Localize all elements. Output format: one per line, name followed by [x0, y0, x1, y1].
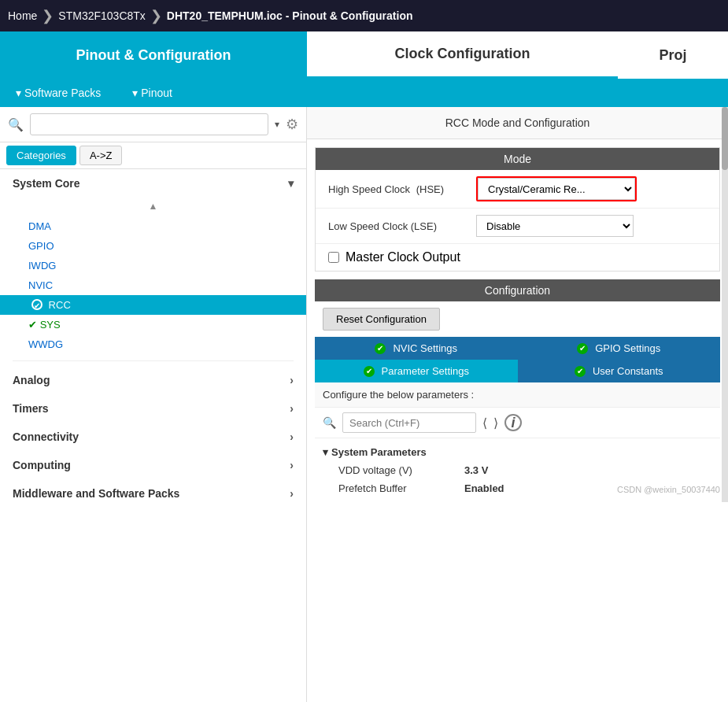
search-icon: 🔍	[8, 117, 24, 132]
tab-parameter-settings[interactable]: ✔ Parameter Settings	[315, 360, 518, 382]
content-area: RCC Mode and Configuration Mode High Spe…	[307, 107, 728, 702]
tab-az[interactable]: A->Z	[79, 146, 123, 165]
search-dropdown-btn[interactable]: ▾	[275, 119, 279, 130]
params-search-icon: 🔍	[323, 416, 336, 429]
section-system-core[interactable]: System Core ▾	[0, 169, 306, 198]
breadcrumb-sep1: ❯	[42, 7, 54, 24]
category-tabs: Categories A->Z	[0, 142, 306, 169]
params-search-input[interactable]	[342, 412, 476, 433]
chevron-right-icon1: ›	[290, 374, 294, 386]
search-input[interactable]	[30, 113, 268, 135]
main-layout: 🔍 ▾ ⚙ Categories A->Z System Core ▾ ▲ DM…	[0, 107, 728, 702]
config-section: Configuration Reset Configuration ✔ NVIC…	[315, 279, 720, 502]
lse-select[interactable]: Disable Crystal/Ceramic Resonator BYPASS…	[476, 215, 634, 237]
sidebar-item-rcc[interactable]: ✔ RCC	[0, 295, 306, 315]
section-middleware[interactable]: Middleware and Software Packs ›	[0, 479, 306, 508]
sidebar-items: DMA GPIO IWDG NVIC ✔ RCC ✔ SYS WWDG	[0, 215, 306, 356]
chevron-down-icon2: ▾	[132, 87, 138, 99]
param-prefetch-name: Prefetch Buffer	[338, 482, 464, 494]
tab-pinout[interactable]: Pinout & Configuration	[0, 31, 307, 79]
section-computing[interactable]: Computing ›	[0, 451, 306, 479]
params-search-bar: 🔍 ⟨ ⟩ i	[315, 408, 720, 438]
section-connectivity[interactable]: Connectivity ›	[0, 423, 306, 451]
submenu-pinout[interactable]: ▾ Pinout	[132, 87, 172, 99]
section-analog[interactable]: Analog ›	[0, 366, 306, 394]
system-params-header: ▾ System Parameters	[323, 443, 712, 461]
user-const-check-icon: ✔	[575, 366, 586, 377]
breadcrumb-home[interactable]: Home	[8, 9, 37, 22]
sidebar-item-iwdg[interactable]: IWDG	[16, 256, 306, 275]
params-label: Configure the below parameters :	[315, 382, 720, 408]
mode-header: Mode	[316, 148, 719, 170]
chevron-right-icon2: ›	[290, 402, 294, 415]
scrollbar[interactable]	[722, 107, 728, 502]
sidebar-item-dma[interactable]: DMA	[16, 216, 306, 236]
chevron-right-icon4: ›	[290, 459, 294, 471]
param-vdd-name: VDD voltage (V)	[338, 464, 464, 476]
sidebar-item-wwdg[interactable]: WWDG	[16, 334, 306, 354]
tab-user-constants[interactable]: ✔ User Constants	[518, 360, 721, 382]
reset-config-button[interactable]: Reset Configuration	[323, 308, 440, 331]
sidebar-item-sys[interactable]: ✔ SYS	[16, 315, 306, 334]
lse-row: Low Speed Clock (LSE) Disable Crystal/Ce…	[316, 209, 719, 244]
chevron-down-icon: ▾	[16, 87, 21, 99]
nvic-check-icon: ✔	[375, 343, 386, 354]
tab-project[interactable]: Proj	[618, 31, 728, 79]
sub-menu-bar: ▾ Software Packs ▾ Pinout	[0, 79, 728, 107]
collapse-arrow: ▲	[0, 198, 306, 215]
master-clock-checkbox[interactable]	[328, 252, 339, 263]
param-vdd-value: 3.3 V	[464, 464, 488, 476]
param-row-vdd: VDD voltage (V) 3.3 V	[323, 461, 712, 479]
tab-gpio-settings[interactable]: ✔ GPIO Settings	[518, 337, 721, 360]
sidebar: 🔍 ▾ ⚙ Categories A->Z System Core ▾ ▲ DM…	[0, 107, 307, 702]
param-prefetch-value: Enabled	[464, 482, 504, 494]
tab-clock[interactable]: Clock Configuration	[307, 31, 618, 79]
sidebar-item-gpio[interactable]: GPIO	[16, 236, 306, 256]
divider1	[13, 360, 294, 361]
rcc-check-icon: ✔	[31, 299, 42, 310]
scrollbar-thumb[interactable]	[722, 107, 728, 170]
submenu-software-packs[interactable]: ▾ Software Packs	[16, 87, 101, 99]
rcc-title: RCC Mode and Configuration	[307, 107, 728, 139]
chevron-right-icon5: ›	[290, 487, 294, 500]
gpio-check-icon: ✔	[577, 343, 588, 354]
hse-select[interactable]: Crystal/Ceramic Re... Disable BYPASS Clo…	[478, 178, 635, 200]
lse-label: Low Speed Clock (LSE)	[328, 220, 470, 232]
master-clock-row: Master Clock Output	[316, 244, 719, 271]
param-check-icon: ✔	[364, 366, 375, 377]
sidebar-item-nvic[interactable]: NVIC	[16, 275, 306, 295]
breadcrumb-file: DHT20_TEMPHUM.ioc - Pinout & Configurati…	[167, 9, 413, 22]
hse-select-wrapper: Crystal/Ceramic Re... Disable BYPASS Clo…	[476, 176, 637, 201]
breadcrumb: Home ❯ STM32F103C8Tx ❯ DHT20_TEMPHUM.ioc…	[0, 0, 728, 31]
hse-row: High Speed Clock (HSE) Crystal/Ceramic R…	[316, 170, 719, 209]
chevron-right-icon3: ›	[290, 430, 294, 443]
info-btn[interactable]: i	[504, 414, 522, 431]
breadcrumb-sep2: ❯	[150, 7, 162, 24]
tab-nvic-settings[interactable]: ✔ NVIC Settings	[315, 337, 518, 360]
breadcrumb-device[interactable]: STM32F103C8Tx	[58, 9, 145, 22]
config-header: Configuration	[315, 279, 720, 301]
gear-icon[interactable]: ⚙	[286, 116, 298, 133]
search-area: 🔍 ▾ ⚙	[0, 107, 306, 142]
mode-section: Mode High Speed Clock (HSE) Crystal/Cera…	[315, 147, 720, 272]
section-timers[interactable]: Timers ›	[0, 394, 306, 423]
tab-categories[interactable]: Categories	[6, 146, 76, 165]
settings-tabs: ✔ NVIC Settings ✔ GPIO Settings ✔ Parame…	[315, 337, 720, 382]
sys-check-icon: ✔	[28, 319, 40, 331]
master-clock-label: Master Clock Output	[346, 250, 460, 264]
next-btn[interactable]: ⟩	[493, 416, 498, 430]
tab-bar: Pinout & Configuration Clock Configurati…	[0, 31, 728, 79]
chevron-down-icon4: ▾	[323, 446, 328, 458]
chevron-down-icon3: ▾	[288, 177, 294, 190]
hse-label: High Speed Clock (HSE)	[328, 183, 470, 195]
watermark: CSDN @weixin_50037440	[617, 485, 720, 494]
prev-btn[interactable]: ⟨	[482, 416, 487, 430]
